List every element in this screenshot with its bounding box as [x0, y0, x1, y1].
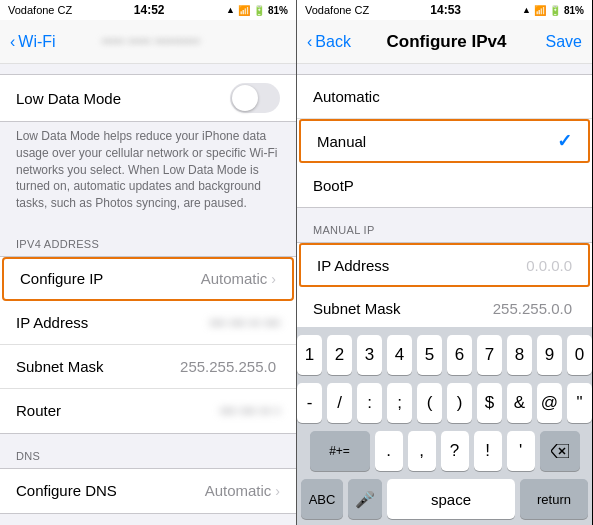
manual-checkmark: ✓ [557, 130, 572, 152]
left-phone: Vodafone CZ 14:52 ▲ 📶 🔋 81% ‹ Wi-Fi ••••… [0, 0, 296, 525]
option-bootp[interactable]: BootP [297, 163, 592, 207]
back-label-right: Back [315, 33, 351, 51]
network-name: ••••• ••••• •••••••••• [56, 34, 246, 49]
ipv4-options-group: Automatic Manual ✓ BootP [297, 74, 592, 208]
option-manual-label: Manual [317, 133, 557, 150]
battery-right: ▲ 📶 🔋 81% [522, 5, 584, 16]
key-3[interactable]: 3 [357, 335, 382, 375]
key-abc[interactable]: ABC [301, 479, 343, 519]
ip-address-input-row[interactable]: IP Address 0.0.0.0 [299, 243, 590, 287]
save-button[interactable]: Save [542, 33, 582, 51]
low-data-description: Low Data Mode helps reduce your iPhone d… [0, 122, 296, 222]
key-slash[interactable]: / [327, 383, 352, 423]
right-phone: Vodafone CZ 14:53 ▲ 📶 🔋 81% ‹ Back Confi… [296, 0, 592, 525]
key-space[interactable]: space [387, 479, 515, 519]
page-title-right: Configure IPv4 [386, 32, 506, 52]
key-dash[interactable]: - [297, 383, 322, 423]
key-9[interactable]: 9 [537, 335, 562, 375]
manual-ip-group: IP Address 0.0.0.0 Subnet Mask 255.255.0… [297, 242, 592, 327]
ip-address-label: IP Address [16, 314, 210, 331]
scroll-area-right: Automatic Manual ✓ BootP MANUAL IP IP Ad… [297, 64, 592, 327]
signal-icon-right: ▲ [522, 5, 531, 15]
low-data-mode-label: Low Data Mode [16, 90, 230, 107]
key-hashplus[interactable]: #+= [310, 431, 370, 471]
low-data-mode-group: Low Data Mode [0, 74, 296, 122]
key-7[interactable]: 7 [477, 335, 502, 375]
configure-dns-row[interactable]: Configure DNS Automatic › [0, 469, 296, 513]
wifi-icon-right: 📶 [534, 5, 546, 16]
battery-left: ▲ 📶 🔋 81% [226, 5, 288, 16]
key-period[interactable]: . [375, 431, 403, 471]
key-at[interactable]: @ [537, 383, 562, 423]
key-open-paren[interactable]: ( [417, 383, 442, 423]
carrier-right: Vodafone CZ [305, 4, 369, 16]
subnet-mask-input-value: 255.255.0.0 [493, 300, 572, 317]
battery-icon-right: 🔋 [549, 5, 561, 16]
configure-ip-row[interactable]: Configure IP Automatic › [2, 257, 294, 301]
delete-icon [551, 444, 569, 458]
configure-ip-value: Automatic [201, 270, 268, 287]
key-dollar[interactable]: $ [477, 383, 502, 423]
key-exclaim[interactable]: ! [474, 431, 502, 471]
ip-address-value: ••• ••• •• ••• [210, 314, 280, 331]
ip-address-input-placeholder: 0.0.0.0 [526, 257, 572, 274]
keyboard-row-punct: #+= . , ? ! ' [301, 431, 588, 471]
delete-key[interactable] [540, 431, 580, 471]
ipv4-section-label: IPV4 ADDRESS [0, 222, 296, 256]
low-data-mode-row[interactable]: Low Data Mode [0, 75, 296, 121]
key-quote[interactable]: " [567, 383, 592, 423]
key-colon[interactable]: : [357, 383, 382, 423]
toggle-knob [232, 85, 258, 111]
key-2[interactable]: 2 [327, 335, 352, 375]
key-question[interactable]: ? [441, 431, 469, 471]
subnet-mask-value: 255.255.255.0 [180, 358, 276, 375]
router-row: Router ••• ••• •• • [0, 389, 296, 433]
key-semicolon[interactable]: ; [387, 383, 412, 423]
nav-bar-right: ‹ Back Configure IPv4 Save [297, 20, 592, 64]
key-8[interactable]: 8 [507, 335, 532, 375]
low-data-mode-toggle[interactable] [230, 83, 280, 113]
back-label-left: Wi-Fi [18, 33, 55, 51]
key-ampersand[interactable]: & [507, 383, 532, 423]
subnet-mask-label: Subnet Mask [16, 358, 180, 375]
subnet-mask-row: Subnet Mask 255.255.255.0 [0, 345, 296, 389]
carrier-left: Vodafone CZ [8, 4, 72, 16]
http-proxy-section-label: HTTP PROXY [0, 514, 296, 525]
chevron-back-icon: ‹ [307, 33, 312, 51]
keyboard-row-symbols: - / : ; ( ) $ & @ " [301, 383, 588, 423]
scroll-area-left: Low Data Mode Low Data Mode helps reduce… [0, 64, 296, 525]
key-1[interactable]: 1 [297, 335, 322, 375]
key-6[interactable]: 6 [447, 335, 472, 375]
key-return[interactable]: return [520, 479, 588, 519]
key-0[interactable]: 0 [567, 335, 592, 375]
status-bar-right: Vodafone CZ 14:53 ▲ 📶 🔋 81% [297, 0, 592, 20]
configure-ip-label: Configure IP [20, 270, 201, 287]
wifi-icon-left: 📶 [238, 5, 250, 16]
time-right: 14:53 [430, 3, 461, 17]
option-bootp-label: BootP [313, 177, 576, 194]
keyboard-bottom-row: ABC 🎤 space return [301, 479, 588, 519]
subnet-mask-input-row[interactable]: Subnet Mask 255.255.0.0 [297, 287, 592, 327]
dns-group: Configure DNS Automatic › [0, 468, 296, 514]
subnet-mask-input-label: Subnet Mask [313, 300, 493, 317]
ip-address-input-label: IP Address [317, 257, 526, 274]
key-apostrophe[interactable]: ' [507, 431, 535, 471]
battery-icon-left: 🔋 [253, 5, 265, 16]
time-left: 14:52 [134, 3, 165, 17]
key-mic[interactable]: 🎤 [348, 479, 382, 519]
configure-dns-label: Configure DNS [16, 482, 205, 499]
keyboard: 1 2 3 4 5 6 7 8 9 0 - / : ; ( ) $ & @ " … [297, 327, 592, 525]
chevron-left-icon: ‹ [10, 33, 15, 51]
back-button-left[interactable]: ‹ Wi-Fi [10, 33, 56, 51]
option-manual[interactable]: Manual ✓ [299, 119, 590, 163]
key-5[interactable]: 5 [417, 335, 442, 375]
key-comma[interactable]: , [408, 431, 436, 471]
keyboard-row-numbers: 1 2 3 4 5 6 7 8 9 0 [301, 335, 588, 375]
ipv4-group: Configure IP Automatic › IP Address ••• … [0, 256, 296, 434]
back-button-right[interactable]: ‹ Back [307, 33, 351, 51]
key-close-paren[interactable]: ) [447, 383, 472, 423]
key-4[interactable]: 4 [387, 335, 412, 375]
configure-dns-value: Automatic [205, 482, 272, 499]
option-automatic[interactable]: Automatic [297, 75, 592, 119]
router-label: Router [16, 402, 220, 419]
